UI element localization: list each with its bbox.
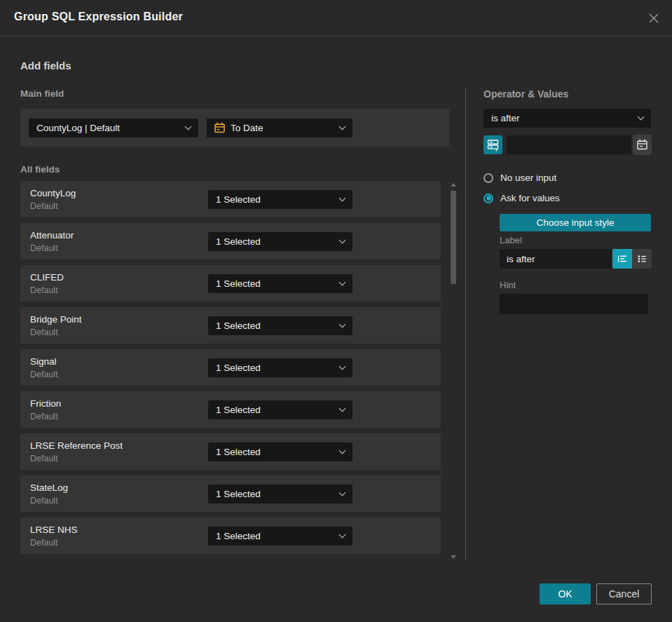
stacked-input-rows-icon: [486, 138, 500, 151]
selected-count-label: 1 Selected: [216, 236, 261, 247]
field-row-lrse-reference-post: LRSE Reference Post Default 1 Selected: [20, 433, 441, 470]
field-sublabel: Default: [30, 454, 58, 464]
radio-label: No user input: [500, 173, 556, 183]
scroll-down-arrow-icon[interactable]: [451, 555, 456, 559]
hint-input[interactable]: [500, 294, 648, 314]
field-selected-dropdown[interactable]: 1 Selected: [208, 527, 352, 546]
choose-input-style-button[interactable]: Choose input style: [500, 214, 651, 231]
chevron-down-icon: [339, 279, 346, 286]
field-selected-dropdown[interactable]: 1 Selected: [208, 274, 352, 293]
dialog-title: Group SQL Expression Builder: [14, 11, 183, 23]
radio-label: Ask for values: [500, 193, 560, 203]
chevron-down-icon: [185, 123, 192, 130]
field-selected-dropdown[interactable]: 1 Selected: [208, 442, 352, 461]
field-sublabel: Default: [30, 243, 58, 253]
date-picker-button[interactable]: [633, 135, 652, 155]
field-row-countylog: CountyLog Default 1 Selected: [20, 181, 441, 217]
close-icon: [647, 12, 660, 25]
all-fields-list: CountyLog Default 1 Selected Attenuator …: [20, 181, 441, 560]
all-fields-label: All fields: [20, 164, 60, 175]
align-left-lines-icon: [616, 252, 629, 265]
group-sql-expression-builder-dialog: Group SQL Expression Builder Add fields …: [0, 0, 672, 622]
list-style-button[interactable]: [632, 249, 652, 269]
ok-button[interactable]: OK: [540, 583, 591, 604]
operator-select-value: is after: [491, 113, 520, 123]
chevron-down-icon: [339, 195, 346, 202]
field-row-signal: Signal Default 1 Selected: [20, 349, 441, 386]
chevron-down-icon: [638, 114, 645, 121]
field-selected-dropdown[interactable]: 1 Selected: [208, 190, 352, 209]
field-sublabel: Default: [30, 412, 58, 421]
field-sublabel: Default: [30, 370, 58, 379]
field-row-clifed: CLIFED Default 1 Selected: [20, 265, 441, 302]
main-field-select-value: CountyLog | Default: [36, 123, 120, 133]
field-type-select-value: To Date: [231, 123, 263, 133]
field-selected-dropdown[interactable]: 1 Selected: [208, 232, 352, 251]
field-selected-dropdown[interactable]: 1 Selected: [208, 316, 352, 335]
field-row-attenuator: Attenuator Default 1 Selected: [20, 223, 441, 259]
cancel-button[interactable]: Cancel: [596, 583, 652, 604]
field-sublabel: Default: [30, 201, 58, 211]
calendar-icon: [636, 139, 648, 151]
dialog-titlebar: Group SQL Expression Builder: [0, 0, 672, 36]
panel-divider: [465, 88, 466, 561]
value-type-picker-button[interactable]: [484, 135, 502, 154]
value-input[interactable]: [507, 135, 631, 154]
field-name: CountyLog: [30, 188, 76, 198]
field-name: Signal: [30, 356, 57, 367]
selected-count-label: 1 Selected: [216, 278, 261, 289]
selected-count-label: 1 Selected: [216, 194, 261, 205]
main-field-label: Main field: [20, 88, 64, 99]
field-name: CLIFED: [30, 272, 64, 283]
bulleted-list-icon: [636, 252, 648, 265]
selected-count-label: 1 Selected: [216, 405, 261, 415]
add-fields-heading: Add fields: [20, 60, 71, 72]
field-selected-dropdown[interactable]: 1 Selected: [208, 485, 352, 503]
radio-circle-icon: [484, 173, 493, 183]
field-sublabel: Default: [30, 496, 58, 506]
field-name: LRSE NHS: [30, 525, 78, 535]
close-button[interactable]: [645, 10, 662, 27]
field-selected-dropdown[interactable]: 1 Selected: [208, 400, 352, 419]
field-row-lrse-nhs: LRSE NHS Default 1 Selected: [20, 518, 441, 554]
field-sublabel: Default: [30, 538, 58, 548]
field-row-statelog: StateLog Default 1 Selected: [20, 475, 441, 512]
field-sublabel: Default: [30, 327, 58, 337]
field-row-friction: Friction Default 1 Selected: [20, 391, 441, 428]
field-name: Bridge Point: [30, 314, 82, 325]
operator-values-heading: Operator & Values: [484, 88, 568, 100]
label-field-label: Label: [500, 235, 522, 245]
field-name: Attenuator: [30, 230, 74, 241]
field-name: Friction: [30, 398, 61, 409]
selected-count-label: 1 Selected: [216, 447, 261, 457]
chevron-down-icon: [339, 405, 346, 412]
chevron-down-icon: [339, 363, 346, 370]
main-field-select[interactable]: CountyLog | Default: [29, 119, 198, 137]
selected-count-label: 1 Selected: [216, 531, 261, 541]
chevron-down-icon: [339, 237, 346, 244]
scroll-up-arrow-icon[interactable]: [451, 183, 456, 187]
chevron-down-icon: [339, 489, 346, 496]
field-row-bridge-point: Bridge Point Default 1 Selected: [20, 307, 441, 344]
main-field-band: CountyLog | Default To Date: [20, 109, 449, 147]
field-selected-dropdown[interactable]: 1 Selected: [208, 358, 352, 377]
selected-count-label: 1 Selected: [216, 489, 261, 499]
field-type-select[interactable]: To Date: [207, 119, 352, 137]
radio-no-user-input[interactable]: No user input: [484, 173, 556, 183]
radio-selected-icon: [484, 194, 493, 203]
chevron-down-icon: [339, 532, 346, 539]
list-scrollbar[interactable]: [450, 181, 457, 561]
field-name: StateLog: [30, 482, 68, 493]
calendar-icon: [214, 122, 226, 134]
chevron-down-icon: [339, 123, 346, 130]
chevron-down-icon: [339, 447, 346, 454]
label-input[interactable]: [500, 249, 612, 269]
single-line-style-button[interactable]: [612, 249, 632, 269]
selected-count-label: 1 Selected: [216, 363, 261, 373]
chevron-down-icon: [339, 321, 346, 328]
hint-field-label: Hint: [500, 280, 516, 290]
field-name: LRSE Reference Post: [30, 440, 123, 451]
scrollbar-thumb[interactable]: [451, 191, 456, 284]
operator-select[interactable]: is after: [484, 109, 651, 128]
radio-ask-for-values[interactable]: Ask for values: [484, 193, 560, 203]
